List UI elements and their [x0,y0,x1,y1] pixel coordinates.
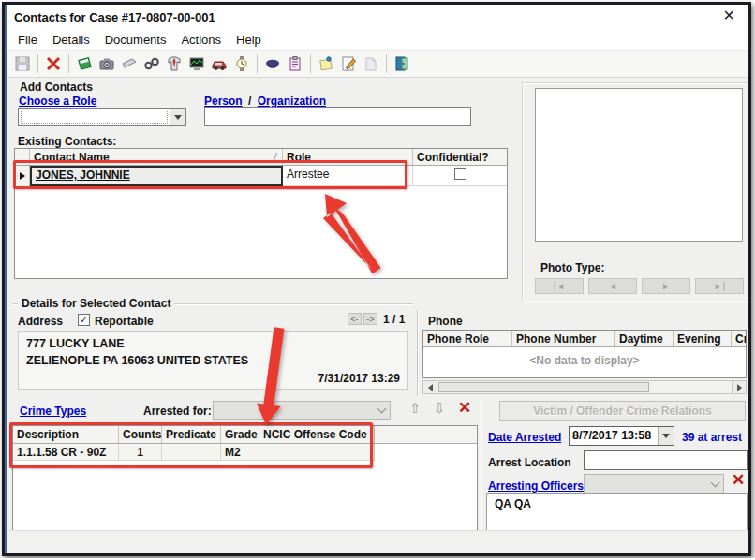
arrest-location-input[interactable] [584,450,748,470]
toolbar-separator [257,54,258,73]
column-predicate[interactable]: Predicate [162,426,221,443]
table-row[interactable]: JONES, JOHNNIE Arrestee [15,166,507,186]
reportable-checkbox[interactable]: ✓ [78,314,90,326]
victim-offender-relations-button[interactable]: Victim / Offender Crime Relations [499,401,746,421]
confidential-checkbox[interactable] [454,168,466,180]
watch-icon [232,54,251,73]
note-disabled-button[interactable] [360,52,382,75]
move-down-button[interactable]: ⇩ [434,401,446,416]
menu-help[interactable]: Help [229,31,269,49]
window-title: Contacts for Case #17-0807-00-001 [14,10,215,24]
role-combobox-dropdown-button[interactable] [170,109,185,125]
clothing-button[interactable] [163,52,185,75]
column-ncic[interactable]: NCIC Offense Code [259,426,375,443]
arresting-officers-value [585,475,707,493]
police-hat-button[interactable] [261,52,284,75]
handcuffs-icon [142,54,161,73]
address-prev-button[interactable]: <- [348,313,362,325]
age-at-arrest-note: 39 at arrest [682,431,742,444]
chevron-down-icon [174,115,182,120]
column-daytime[interactable]: Daytime [615,331,674,346]
column-contact-name[interactable]: Contact Name/ [30,149,283,165]
status-bar [5,530,748,553]
scrollbar-thumb[interactable] [438,382,649,392]
arresting-officers-link[interactable]: Arresting Officers [488,479,584,493]
role-combobox[interactable] [18,108,186,126]
officers-listbox[interactable]: QA QA [486,493,748,531]
column-grade[interactable]: Grade [221,426,259,443]
app-window: Contacts for Case #17-0807-00-001 ✕ File… [2,2,751,556]
handcuffs-button[interactable] [141,52,163,75]
column-counts[interactable]: Counts [119,426,162,443]
crime-types-link[interactable]: Crime Types [20,405,86,418]
scroll-right-button[interactable] [732,381,746,393]
address-line2: ZELIENOPLE PA 16063 UNITED STATES [26,354,248,367]
photo-prev-button[interactable]: ◄ [588,278,637,294]
arrested-for-combobox[interactable] [213,401,391,420]
close-icon[interactable]: ✕ [723,7,735,24]
choose-role-link[interactable]: Choose a Role [19,95,96,108]
contact-name-cell[interactable]: JONES, JOHNNIE [30,166,283,186]
arresting-officers-combobox[interactable] [584,474,724,494]
relations-group-border [481,400,482,531]
delete-crime-button[interactable]: ✕ [458,401,471,416]
photo-first-button[interactable]: |◄ [535,278,584,294]
reportable-label: Reportable [95,315,154,328]
arrested-for-label: Arrested for: [143,405,212,418]
confidential-cell [413,166,507,186]
focus-rect [21,111,168,124]
column-phone-role[interactable]: Phone Role [423,331,512,346]
monitor-button[interactable] [185,52,208,75]
arrested-for-dropdown-button[interactable] [374,402,390,419]
save-button[interactable] [11,52,34,75]
phone-group-border [417,310,419,396]
column-created[interactable]: Cre [732,331,746,346]
menu-file[interactable]: File [10,31,45,49]
date-arrested-combobox[interactable]: 8/7/2017 13:58 [569,426,674,446]
delete-officer-button[interactable]: ✕ [732,473,745,488]
scanner-button[interactable] [118,52,141,75]
vehicle-button[interactable] [208,52,230,75]
menu-actions[interactable]: Actions [173,31,229,49]
column-evening[interactable]: Evening [674,331,732,346]
sticky-note-button[interactable] [315,52,337,75]
phone-grid-header: Phone Role Phone Number Daytime Evening … [423,331,746,347]
contact-name-input[interactable] [204,107,471,126]
column-role[interactable]: Role [283,149,413,165]
details-section-title: Details for Selected Contact [18,297,174,310]
photo-nav: |◄ ◄ ► ►| [535,278,744,294]
column-phone-number[interactable]: Phone Number [512,331,615,346]
date-dropdown-button[interactable] [658,427,674,445]
person-link[interactable]: Person [204,95,243,108]
sticky-note-icon [317,54,335,73]
role-cell[interactable]: Arrestee [283,166,413,186]
photo-last-button[interactable]: ►| [695,278,744,294]
menu-documents[interactable]: Documents [97,31,174,49]
exit-door-button[interactable] [391,52,413,75]
edit-note-button[interactable] [337,52,360,75]
camera-button[interactable] [96,52,118,75]
toolbar-separator [37,54,38,73]
organization-link[interactable]: Organization [258,95,326,108]
column-description[interactable]: Description [13,426,119,443]
column-filler [375,426,477,443]
watch-button[interactable] [230,52,253,75]
contacts-grid-header: Contact Name/ Role Confidential? [15,149,507,166]
scroll-left-button[interactable] [423,381,437,393]
clipboard-button[interactable] [284,52,306,75]
arrow-left-icon [428,384,433,391]
existing-contacts-grid: Contact Name/ Role Confidential? JONES, … [14,148,508,279]
officers-dropdown-button[interactable] [707,475,723,493]
address-next-button[interactable]: -> [363,313,378,325]
photo-next-button[interactable]: ► [642,278,690,294]
table-row[interactable]: 1.1.1.58 CR - 90Z 1 M2 [13,444,477,461]
move-up-button[interactable]: ⇧ [409,401,422,416]
phone-horizontal-scrollbar[interactable] [422,380,747,394]
camera-icon [97,54,116,73]
menu-details[interactable]: Details [45,31,97,49]
column-confidential[interactable]: Confidential? [413,149,507,165]
delete-button[interactable] [42,52,65,75]
address-book-button[interactable] [73,52,96,75]
date-arrested-link[interactable]: Date Arrested [488,431,561,444]
save-icon [13,54,32,73]
